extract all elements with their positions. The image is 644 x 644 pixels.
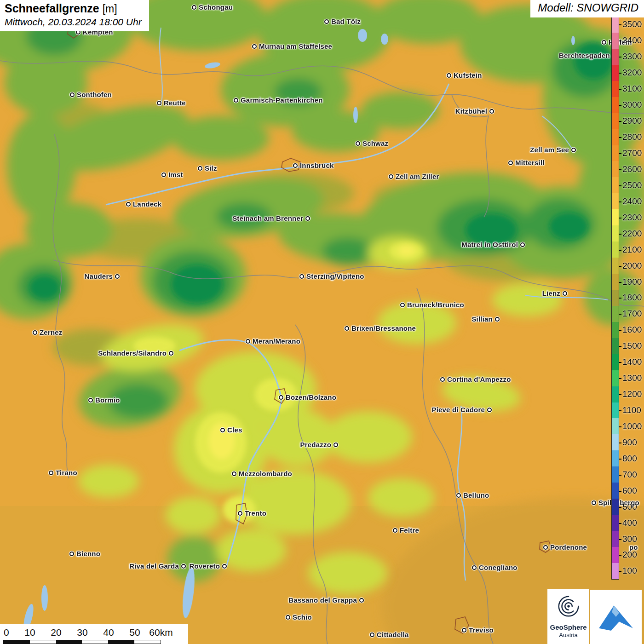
city-label: Reutte <box>164 99 186 107</box>
scale-label: 50 <box>129 627 140 638</box>
legend-color-step <box>612 33 619 49</box>
city-dot <box>299 274 304 279</box>
legend-color-step <box>612 370 619 386</box>
city-dot <box>440 377 445 382</box>
legend-color-step <box>612 338 619 354</box>
legend-value-label: 2400 <box>622 196 642 207</box>
legend-value-label: 3400 <box>622 35 642 46</box>
city-dot <box>115 274 120 279</box>
city-label: Tirano <box>56 469 77 477</box>
geosphere-name: GeoSphere <box>547 623 589 631</box>
city-dot <box>400 303 405 307</box>
legend-color-step <box>612 418 619 434</box>
legend-value-label: 2000 <box>622 261 642 271</box>
legend-value-label: 3500 <box>622 19 642 29</box>
legend-color-step <box>612 466 619 483</box>
city-dot <box>286 615 290 620</box>
city-label: Pieve di Cadore <box>431 406 485 414</box>
city-label: Belluno <box>463 491 489 499</box>
legend-colorbar <box>611 16 619 580</box>
legend-value-label: 600 <box>622 486 637 496</box>
city-label: Bad Tölz <box>331 17 361 25</box>
city-dot <box>345 326 349 331</box>
scale-stripe-bar <box>3 640 161 644</box>
city-dot <box>508 161 513 165</box>
legend-value-label: 3000 <box>622 100 642 110</box>
legend-value-label: 700 <box>622 470 637 480</box>
scale-stripe <box>82 640 108 644</box>
legend-value-label: 1900 <box>622 277 642 287</box>
city-dot <box>252 44 257 49</box>
city-label: Bruneck/Brunico <box>407 301 464 309</box>
city-dot <box>447 73 451 78</box>
legend-value-label: 1200 <box>622 389 642 399</box>
city-label: Predazzo <box>300 441 331 448</box>
city-label: Silz <box>205 164 217 172</box>
legend-color-step <box>612 209 619 225</box>
city-dot <box>222 564 227 569</box>
legend-color-step <box>612 563 619 579</box>
city-dot <box>389 174 393 179</box>
city-dot <box>462 628 466 632</box>
city-label: Sonthofen <box>77 91 112 98</box>
legend-color-step <box>612 322 619 338</box>
city-label: Zell am Ziller <box>396 172 439 180</box>
legend-color-step <box>612 274 619 290</box>
city-label: Sillian <box>472 315 493 323</box>
city-label: Zell am See <box>530 146 569 154</box>
city-label: Kitzbühel <box>455 107 487 115</box>
city-dot <box>169 351 173 356</box>
legend-value-label: 2700 <box>622 148 642 158</box>
legend-color-step <box>612 81 619 97</box>
partner-logo <box>590 590 642 644</box>
legend-value-label: 200 <box>622 550 637 560</box>
city-label: Mezzolombardo <box>239 470 292 477</box>
city-dot <box>356 141 360 146</box>
city-dot <box>126 202 131 207</box>
city-dot <box>181 564 186 569</box>
city-dot <box>563 291 567 296</box>
city-dot <box>592 500 596 505</box>
city-dot <box>334 443 338 447</box>
geosphere-country: Austria <box>547 632 589 638</box>
city-dot <box>88 398 93 402</box>
city-label: Zernez <box>40 328 63 336</box>
scale-bar: 0102030405060km <box>0 624 188 644</box>
legend-color-step <box>612 354 619 370</box>
legend-value-label: 2800 <box>622 132 642 142</box>
mountain-logo-icon <box>596 597 636 637</box>
legend-value-label: 1400 <box>622 357 642 367</box>
legend-color-step <box>612 193 619 209</box>
city-dot <box>220 428 225 432</box>
geosphere-logo: GeoSphere Austria <box>547 589 589 644</box>
timestamp: Mittwoch, 20.03.2024 18:00 Uhr <box>5 17 142 28</box>
city-label: Bienno <box>76 550 100 558</box>
legend-value-label: 3200 <box>622 68 642 78</box>
legend-color-step <box>612 113 619 129</box>
scale-label: 20 <box>51 627 61 638</box>
legend-color-step <box>612 225 619 242</box>
legend-color-step <box>612 242 619 258</box>
city-dot <box>198 166 202 171</box>
city-label: Brixen/Bressanone <box>351 324 416 332</box>
scale-label: 40 <box>103 627 114 638</box>
legend-value-label: 900 <box>622 437 637 448</box>
city-dot <box>489 109 494 114</box>
city-label: Lienz <box>542 289 560 297</box>
legend-color-step <box>612 402 619 419</box>
city-label: Kufstein <box>454 71 482 79</box>
legend-value-label: 300 <box>622 534 637 544</box>
city-label: Bormio <box>95 396 120 404</box>
city-dot <box>246 339 250 344</box>
city-dot <box>495 317 500 322</box>
city-dot <box>234 98 238 103</box>
title-unit: [m] <box>103 3 117 15</box>
city-dot <box>293 163 298 168</box>
city-label: Cortina d'Ampezzo <box>447 375 511 383</box>
city-label: Pordenone <box>550 543 587 551</box>
legend-color-step <box>612 515 619 531</box>
city-label: Nauders <box>85 272 113 280</box>
city-dot <box>33 330 37 335</box>
city-label: Meran/Merano <box>253 337 300 345</box>
legend-value-label: 1700 <box>622 309 642 319</box>
